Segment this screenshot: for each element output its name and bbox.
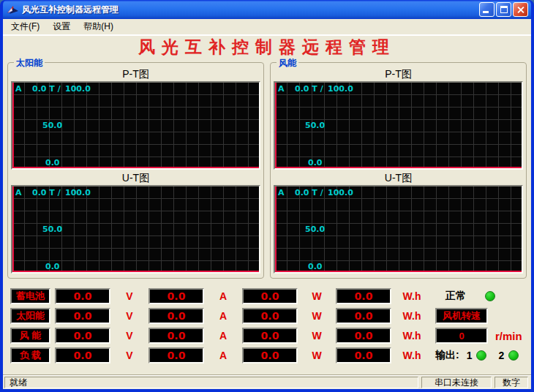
output1-led — [476, 350, 486, 361]
window-controls — [479, 2, 528, 17]
output-label: 输出: — [435, 349, 459, 362]
axis-mid-label: 50.0 — [42, 225, 62, 234]
battery-label: 蓄电池 — [10, 288, 50, 304]
close-button[interactable] — [513, 2, 528, 17]
titlebar[interactable]: 风光互补控制器远程管理 — [3, 0, 531, 19]
voltage-unit: V — [115, 310, 144, 322]
load-power-display: 0.0 — [242, 347, 298, 363]
solar-label: 太阳能 — [10, 308, 50, 324]
output1-label: 1 — [467, 350, 473, 361]
power-unit: W — [302, 350, 331, 361]
voltage-unit: V — [115, 330, 144, 342]
energy-unit: W.h — [396, 350, 428, 361]
minimize-button[interactable] — [479, 2, 494, 17]
menu-file[interactable]: 文件(F) — [4, 18, 46, 35]
fan-speed-caption-cell: 风机转速 — [432, 308, 528, 324]
axis-mid-label: 50.0 — [305, 121, 325, 130]
fan-speed-value-cell: 0 r/min — [432, 328, 528, 344]
axis-marker: A — [15, 188, 22, 197]
system-status: 正常 — [432, 290, 528, 303]
axis-min-label: 0.0 — [308, 158, 323, 167]
axis-min-label: 0.0 — [45, 158, 60, 167]
axis-scale: 0.0 T / — [32, 188, 61, 197]
wind-power-display: 0.0 — [242, 328, 298, 344]
group-solar-legend: 太阳能 — [14, 57, 45, 69]
energy-unit: W.h — [396, 290, 428, 302]
wind-pt-chart: A 0.0 T / 100.0 50.0 0.0 — [274, 81, 523, 170]
page-title: 风光互补控制器远程管理 — [6, 36, 528, 58]
wind-label: 风 能 — [10, 328, 50, 344]
load-label: 负 载 — [10, 347, 50, 363]
wind-ut-chart-title: U-T图 — [272, 171, 524, 185]
energy-unit: W.h — [396, 330, 428, 342]
current-unit: A — [208, 350, 238, 361]
axis-scale: 0.0 T / — [295, 84, 323, 94]
minimize-icon — [483, 11, 489, 13]
axis-mid-label: 50.0 — [305, 225, 325, 234]
axis-marker: A — [278, 84, 285, 94]
battery-voltage-display: 0.0 — [55, 288, 110, 304]
solar-energy-display: 0.0 — [336, 308, 391, 324]
axis-min-label: 0.0 — [308, 262, 323, 271]
axis-mid-label: 50.0 — [42, 121, 62, 130]
current-unit: A — [208, 330, 238, 342]
battery-current-display: 0.0 — [148, 288, 204, 304]
chart-groups: 太阳能 P-T图 A 0.0 T / 100.0 50.0 0.0 U-T图 A… — [6, 58, 528, 279]
power-unit: W — [302, 330, 331, 342]
output2-led — [508, 350, 519, 361]
battery-power-display: 0.0 — [242, 288, 298, 304]
wind-current-display: 0.0 — [148, 328, 204, 344]
power-unit: W — [302, 290, 331, 302]
status-num-mode: 数字 — [494, 377, 528, 388]
wind-voltage-display: 0.0 — [55, 328, 110, 344]
solar-pt-chart-title: P-T图 — [10, 67, 262, 81]
load-row: 负 载 0.0 V 0.0 A 0.0 W 0.0 W.h 输出: 1 2 — [10, 347, 528, 363]
status-serial-connection: 串口未连接 — [421, 377, 492, 388]
wind-ut-chart: A 0.0 T / 100.0 50.0 0.0 — [274, 185, 523, 274]
axis-scale: 0.0 T / — [295, 188, 323, 197]
wind-pt-chart-title: P-T图 — [272, 67, 524, 81]
window-title: 风光互补控制器远程管理 — [22, 4, 479, 16]
menu-settings[interactable]: 设置 — [46, 18, 77, 35]
menu-help[interactable]: 帮助(H) — [77, 18, 120, 35]
app-icon — [7, 4, 19, 15]
load-voltage-display: 0.0 — [55, 347, 110, 363]
status-ready: 就绪 — [4, 377, 418, 388]
axis-max-label: 100.0 — [65, 188, 91, 197]
battery-energy-display: 0.0 — [336, 288, 391, 304]
output-status: 输出: 1 2 — [432, 349, 528, 362]
solar-pt-chart: A 0.0 T / 100.0 50.0 0.0 — [11, 81, 260, 170]
solar-ut-chart-title: U-T图 — [10, 171, 262, 185]
battery-row: 蓄电池 0.0 V 0.0 A 0.0 W 0.0 W.h 正常 — [10, 288, 528, 304]
app-window: 风光互补控制器远程管理 文件(F) 设置 帮助(H) 风光互补控制器远程管理 太… — [0, 0, 534, 392]
solar-voltage-display: 0.0 — [55, 308, 110, 324]
fan-speed-unit: r/min — [495, 330, 522, 342]
readings-panel: 蓄电池 0.0 V 0.0 A 0.0 W 0.0 W.h 正常 太阳能 — [6, 288, 528, 363]
group-solar: 太阳能 P-T图 A 0.0 T / 100.0 50.0 0.0 U-T图 A… — [7, 62, 264, 279]
load-current-display: 0.0 — [148, 347, 204, 363]
axis-max-label: 100.0 — [328, 188, 353, 197]
wind-row: 风 能 0.0 V 0.0 A 0.0 W 0.0 W.h 0 r/min — [10, 328, 528, 344]
load-energy-display: 0.0 — [336, 347, 391, 363]
axis-max-label: 100.0 — [328, 84, 353, 94]
normal-status-led — [485, 291, 495, 301]
power-unit: W — [302, 310, 331, 322]
menubar: 文件(F) 设置 帮助(H) — [3, 19, 531, 35]
fan-speed-label: 风机转速 — [435, 308, 488, 324]
axis-marker: A — [15, 84, 22, 94]
window-frame: 文件(F) 设置 帮助(H) 风光互补控制器远程管理 太阳能 P-T图 A 0.… — [3, 19, 531, 389]
voltage-unit: V — [115, 290, 144, 302]
solar-power-display: 0.0 — [242, 308, 298, 324]
energy-unit: W.h — [396, 310, 428, 322]
maximize-icon — [500, 6, 508, 13]
axis-marker: A — [278, 188, 285, 197]
axis-min-label: 0.0 — [45, 262, 60, 271]
group-wind-legend: 风能 — [277, 57, 298, 69]
solar-row: 太阳能 0.0 V 0.0 A 0.0 W 0.0 W.h 风机转速 — [10, 308, 528, 324]
fan-speed-display: 0 — [435, 328, 488, 344]
solar-ut-chart: A 0.0 T / 100.0 50.0 0.0 — [11, 185, 260, 274]
maximize-button[interactable] — [496, 2, 511, 17]
statusbar: 就绪 串口未连接 数字 — [3, 375, 531, 389]
group-wind: 风能 P-T图 A 0.0 T / 100.0 50.0 0.0 U-T图 A … — [270, 62, 527, 279]
normal-status-label: 正常 — [435, 290, 466, 303]
